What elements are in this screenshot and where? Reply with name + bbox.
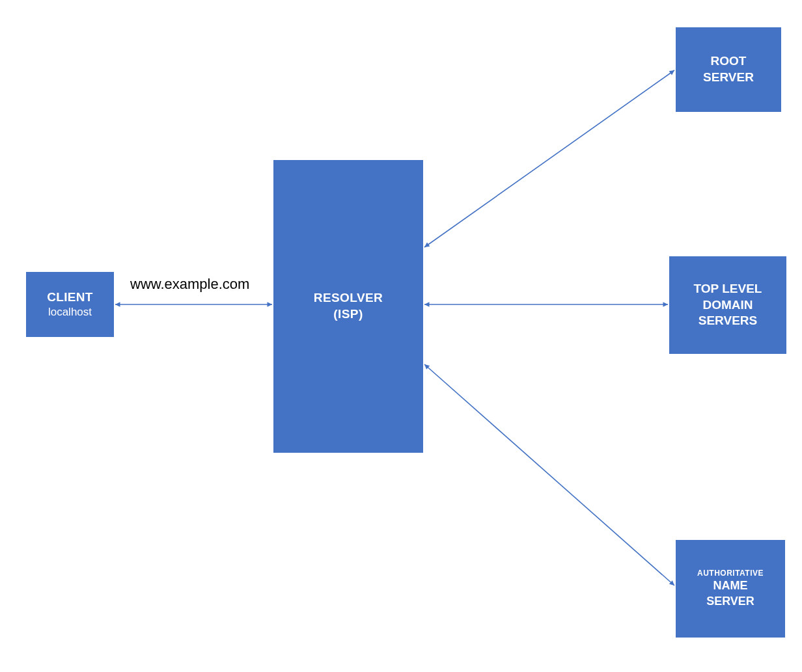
- node-root-line1: ROOT: [711, 53, 747, 70]
- node-resolver-line1: RESOLVER: [314, 290, 383, 306]
- node-client: CLIENT localhost: [26, 272, 114, 337]
- node-resolver-line2: (ISP): [333, 306, 363, 323]
- node-client-title: CLIENT: [47, 289, 92, 306]
- edge-label-url: www.example.com: [130, 276, 249, 293]
- node-auth-line1: NAME: [713, 578, 748, 593]
- node-auth-line2: SERVER: [706, 594, 754, 609]
- node-tld-line3: SERVERS: [698, 313, 757, 329]
- node-root-server: ROOT SERVER: [676, 27, 781, 112]
- node-root-line2: SERVER: [703, 70, 754, 86]
- node-tld-line2: DOMAIN: [702, 297, 753, 314]
- node-tld-line1: TOP LEVEL: [694, 281, 762, 297]
- node-tld-servers: TOP LEVEL DOMAIN SERVERS: [669, 256, 786, 354]
- node-resolver: RESOLVER (ISP): [273, 160, 423, 453]
- node-authoritative-server: AUTHORITATIVE NAME SERVER: [676, 540, 785, 638]
- edge-resolver-auth: [424, 364, 674, 585]
- node-client-subtitle: localhost: [48, 305, 92, 319]
- edge-resolver-root: [424, 70, 674, 247]
- node-auth-super: AUTHORITATIVE: [697, 569, 764, 579]
